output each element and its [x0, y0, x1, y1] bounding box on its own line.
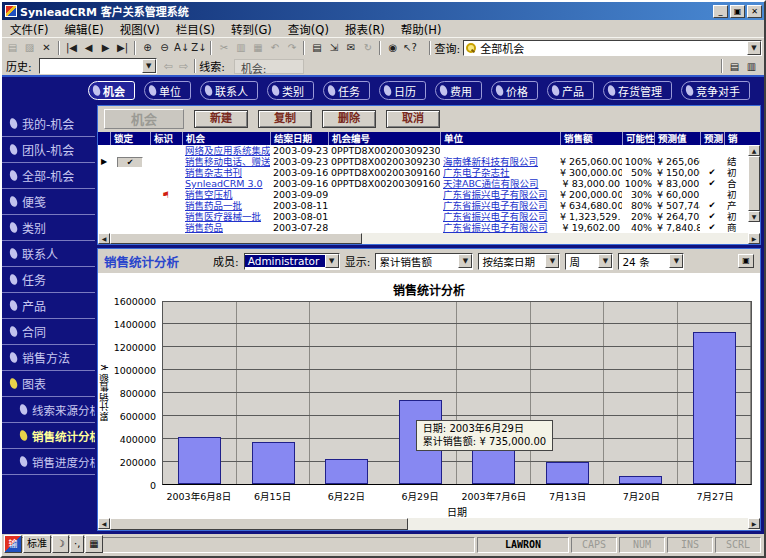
maximize-panel-icon[interactable]: ▣: [738, 254, 754, 268]
period-combobox[interactable]: 周 ▼: [565, 253, 613, 270]
opportunity-link[interactable]: 销售杂志书刊: [182, 167, 270, 178]
new-button[interactable]: 新建: [194, 110, 248, 128]
sidebar-item-charts[interactable]: 图表: [2, 371, 95, 397]
table-row[interactable]: 销售医疗器械一批 2003-08-01 广东省振兴电子有限公司 ¥ 1,323,…: [98, 211, 760, 222]
context-help-icon[interactable]: ↖?: [401, 40, 418, 56]
unit-link[interactable]: 天津ABC通信有限公司: [440, 178, 560, 189]
unit-link[interactable]: 广东省振兴电子有限公司: [440, 211, 560, 222]
sidebar-item-my-opportunities[interactable]: 我的-机会: [2, 111, 95, 137]
zoom-in-icon[interactable]: ⊕: [139, 40, 156, 56]
back-icon[interactable]: ⇦: [164, 60, 173, 73]
locked-check-icon[interactable]: ✔: [117, 157, 143, 167]
col-forecast[interactable]: 预测值: [654, 132, 700, 145]
col-opportunity[interactable]: 机会: [182, 132, 270, 145]
tab-competitor[interactable]: 竞争对手: [681, 81, 750, 100]
unit-link[interactable]: [440, 145, 560, 156]
ime-fullhalf-icon[interactable]: ☽: [52, 535, 69, 553]
menu-view[interactable]: 视图(V): [112, 20, 168, 38]
tab-category[interactable]: 类别: [267, 81, 314, 100]
opportunity-link[interactable]: 销售移动电话、赠送: [182, 156, 270, 167]
menu-edit[interactable]: 编辑(E): [57, 20, 112, 38]
opportunity-link[interactable]: SynleadCRM 3.0: [182, 178, 270, 189]
new-icon[interactable]: ▤: [4, 40, 21, 56]
ime-punctuation-icon[interactable]: ·,: [70, 535, 84, 553]
cancel-button[interactable]: 取消: [386, 110, 440, 128]
grid-vertical-scrollbar[interactable]: ▲ ▼: [748, 145, 760, 222]
table-row[interactable]: 销售药品一批 2003-08-11 广东省振兴电子有限公司 ¥ 634,680.…: [98, 200, 760, 211]
tab-task[interactable]: 任务: [323, 81, 370, 100]
bar[interactable]: [693, 332, 736, 484]
scrollbar-thumb[interactable]: [748, 156, 760, 211]
sidebar-item-all-opportunities[interactable]: 全部-机会: [2, 163, 95, 189]
sidebar-item-products[interactable]: 产品: [2, 293, 95, 319]
tab-price[interactable]: 价格: [491, 81, 538, 100]
scroll-right-icon[interactable]: ▶: [748, 518, 760, 529]
copy-button[interactable]: 复制: [258, 110, 312, 128]
sidebar-item-sales-methods[interactable]: 销售方法: [2, 345, 95, 371]
sidebar-item-sales-progress-analysis[interactable]: 销售进度分析: [2, 449, 95, 475]
bar[interactable]: [546, 462, 589, 484]
tab-inventory[interactable]: 存货管理: [603, 81, 672, 100]
scroll-down-icon[interactable]: ▼: [748, 211, 760, 222]
paste-icon[interactable]: ▦: [249, 40, 266, 56]
bar[interactable]: [178, 437, 221, 484]
col-stage[interactable]: 销: [724, 132, 748, 145]
unit-link[interactable]: 广东省振兴电子有限公司: [440, 222, 560, 233]
sidebar-item-tasks[interactable]: 任务: [2, 267, 95, 293]
copy-icon[interactable]: ▥: [232, 40, 249, 56]
unit-link[interactable]: 广东省振兴电子有限公司: [440, 200, 560, 211]
opportunity-link[interactable]: 销售医疗器械一批: [182, 211, 270, 222]
sidebar-item-team-opportunities[interactable]: 团队-机会: [2, 137, 95, 163]
sidebar-item-notes[interactable]: 便笺: [2, 189, 95, 215]
opportunity-link[interactable]: 销售药品: [182, 222, 270, 233]
ime-mode-button[interactable]: 标准: [23, 535, 51, 553]
group-by-combobox[interactable]: 按结案日期 ▼: [478, 253, 560, 270]
menu-report[interactable]: 报表(R): [337, 20, 393, 38]
col-unit[interactable]: 单位: [440, 132, 560, 145]
sidebar-item-contracts[interactable]: 合同: [2, 319, 95, 345]
tab-product[interactable]: 产品: [547, 81, 594, 100]
menu-file[interactable]: 文件(F): [2, 20, 57, 38]
col-locked[interactable]: 锁定: [110, 132, 150, 145]
sidebar-item-categories[interactable]: 类别: [2, 215, 95, 241]
table-row[interactable]: SynleadCRM 3.0 2003-09-16 0PPTD8X0020030…: [98, 178, 760, 189]
chevron-down-icon[interactable]: ▼: [669, 254, 683, 268]
minimize-button[interactable]: _: [713, 5, 728, 18]
chevron-down-icon[interactable]: ▼: [325, 254, 339, 268]
col-code[interactable]: 机会编号: [328, 132, 440, 145]
undo-icon[interactable]: ↶: [266, 40, 283, 56]
col-probability[interactable]: 可能性: [622, 132, 654, 145]
query-combobox[interactable]: 全部机会 ▼: [463, 40, 762, 56]
delete-button[interactable]: 删除: [322, 110, 376, 128]
sort-ascending-icon[interactable]: A↓: [173, 40, 190, 56]
forward-icon[interactable]: ⇨: [179, 60, 188, 73]
grid-horizontal-scrollbar[interactable]: ◀ ▶: [98, 233, 760, 244]
count-combobox[interactable]: 24 条 ▼: [618, 253, 684, 270]
col-forecast-flag[interactable]: 预测: [700, 132, 724, 145]
mail-icon[interactable]: ✉: [342, 40, 359, 56]
table-row[interactable]: 销售药品 2003-07-28 广东省振兴电子有限公司 ¥ 19,602.00 …: [98, 222, 760, 233]
bar[interactable]: [619, 476, 662, 484]
redo-icon[interactable]: ↷: [283, 40, 300, 56]
cut-icon[interactable]: ✂: [215, 40, 232, 56]
scroll-up-icon[interactable]: ▲: [748, 145, 760, 156]
display-combobox[interactable]: 累计销售额 ▼: [375, 253, 473, 270]
scroll-left-icon[interactable]: ◀: [98, 233, 110, 244]
col-amount[interactable]: 销售额: [560, 132, 622, 145]
sort-descending-icon[interactable]: Z↓: [190, 40, 207, 56]
sidebar-item-lead-source-analysis[interactable]: 线索来源分析: [2, 397, 95, 423]
chevron-down-icon[interactable]: ▼: [545, 254, 559, 268]
scrollbar-thumb[interactable]: [110, 518, 408, 530]
print-report-icon[interactable]: ▥: [743, 58, 760, 74]
ime-softkeyboard-icon[interactable]: ▦: [85, 535, 102, 553]
find-icon[interactable]: ◉: [384, 40, 401, 56]
chevron-down-icon[interactable]: ▼: [598, 254, 612, 268]
close-button[interactable]: ✕: [747, 5, 762, 18]
bar[interactable]: [325, 459, 368, 484]
tab-company[interactable]: 单位: [144, 81, 191, 100]
unit-link[interactable]: 广东电子杂志社: [440, 167, 560, 178]
table-row[interactable]: ▶ ✔ 销售移动电话、赠送 2003-09-23 0PPTD8X00200309…: [98, 156, 760, 167]
tab-contact[interactable]: 联系人: [200, 81, 258, 100]
bar[interactable]: [252, 442, 295, 484]
table-row[interactable]: 销售杂志书刊 2003-09-16 0PPTD8X0020030916001 广…: [98, 167, 760, 178]
